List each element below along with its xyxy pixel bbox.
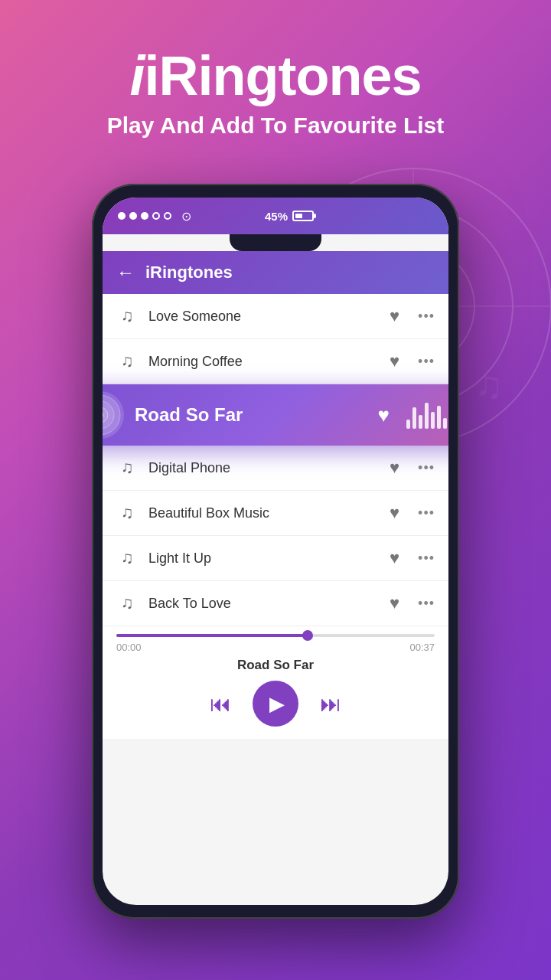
time-current: 00:00: [116, 642, 142, 653]
song-title: Morning Coffee: [148, 354, 379, 370]
app-header: ← iRingtones: [103, 251, 448, 294]
list-item[interactable]: ♫ Beautiful Box Music ♥ •••: [103, 491, 448, 536]
song-title: Love Someone: [148, 309, 379, 325]
signal-dots: ⊙: [118, 209, 191, 224]
notch: [230, 234, 321, 251]
progress-thumb[interactable]: [302, 630, 313, 641]
music-note-icon: ♫: [116, 548, 138, 568]
status-bar: ⊙ 45%: [103, 198, 448, 234]
time-row: 00:00 00:37: [116, 642, 435, 653]
list-item[interactable]: ♫ Back To Love ♥ •••: [103, 581, 448, 626]
music-note-icon: ♫: [116, 593, 138, 613]
song-title: Back To Love: [148, 596, 379, 612]
signal-dot-4: [152, 212, 160, 220]
waveform-icon: [406, 401, 448, 429]
song-list: ♫ Love Someone ♥ ••• ♫ Morning Coffee ♥ …: [103, 294, 448, 626]
more-options-icon[interactable]: •••: [418, 596, 435, 612]
now-playing-title: Road So Far: [116, 658, 435, 673]
more-options-icon[interactable]: •••: [418, 460, 435, 476]
more-options-icon[interactable]: •••: [418, 309, 435, 325]
app-name-i: i: [129, 45, 144, 106]
music-note-icon: ♫: [116, 503, 138, 523]
rewind-button[interactable]: ⏮: [210, 691, 231, 717]
phone-screen: ⊙ 45% ← iRingtones ♫ Love Someone ♥: [103, 198, 448, 905]
song-title: Beautiful Box Music: [148, 505, 379, 521]
phone-container: ⊙ 45% ← iRingtones ♫ Love Someone ♥: [92, 184, 459, 919]
more-options-icon[interactable]: •••: [418, 505, 435, 521]
time-total: 00:37: [409, 642, 435, 653]
song-title: Digital Phone: [148, 460, 379, 476]
more-options-icon[interactable]: •••: [418, 354, 435, 370]
music-note-icon: ♫: [116, 306, 138, 326]
list-item[interactable]: ♫ Digital Phone ♥ •••: [103, 446, 448, 491]
progress-fill: [116, 634, 308, 637]
favorite-icon[interactable]: ♥: [390, 351, 399, 371]
more-options-icon[interactable]: •••: [418, 550, 435, 567]
back-button[interactable]: ←: [116, 262, 135, 283]
favorite-icon[interactable]: ♥: [390, 458, 399, 478]
wifi-icon: ⊙: [181, 209, 191, 224]
list-item[interactable]: ♫ Love Someone ♥ •••: [103, 294, 448, 339]
song-title: Light It Up: [148, 550, 379, 567]
player-controls: ⏮ ▶ ⏭: [116, 681, 435, 727]
signal-dot-2: [129, 212, 137, 220]
active-song-row[interactable]: ♪ Road So Far ♥: [103, 384, 448, 446]
signal-dot-5: [164, 212, 171, 220]
play-icon: ▶: [269, 692, 285, 716]
header: iiRingtones Play And Add To Favourite Li…: [0, 0, 551, 162]
active-favorite-icon[interactable]: ♥: [378, 403, 390, 427]
battery-percent: 45%: [265, 210, 288, 223]
music-note-icon: ♫: [116, 351, 138, 371]
play-button[interactable]: ▶: [253, 681, 298, 727]
favorite-icon[interactable]: ♥: [390, 593, 399, 613]
favorite-icon[interactable]: ♥: [390, 548, 399, 568]
list-item[interactable]: ♫ Morning Coffee ♥ •••: [103, 339, 448, 384]
signal-dot-3: [141, 212, 148, 220]
svg-text:♫: ♫: [474, 364, 504, 407]
battery-icon: [292, 211, 314, 221]
vinyl-icon: ♪: [103, 391, 124, 439]
battery-info: 45%: [265, 210, 314, 223]
progress-bar[interactable]: [116, 634, 435, 637]
active-song-title: Road So Far: [135, 404, 367, 426]
battery-fill: [295, 214, 302, 218]
active-song-wrapper: ♪ Road So Far ♥: [103, 384, 448, 446]
screen-title: iRingtones: [145, 263, 233, 283]
player-bar: 00:00 00:37 Road So Far ⏮ ▶ ⏭: [103, 626, 448, 739]
signal-dot-1: [118, 212, 126, 220]
app-tagline: Play And Add To Favourite List: [0, 113, 551, 139]
list-item[interactable]: ♫ Light It Up ♥ •••: [103, 536, 448, 581]
music-note-icon: ♫: [116, 458, 138, 478]
app-name: iiRingtones: [0, 46, 551, 106]
favorite-icon[interactable]: ♥: [390, 503, 399, 523]
fast-forward-button[interactable]: ⏭: [320, 691, 341, 717]
favorite-icon[interactable]: ♥: [390, 306, 399, 326]
